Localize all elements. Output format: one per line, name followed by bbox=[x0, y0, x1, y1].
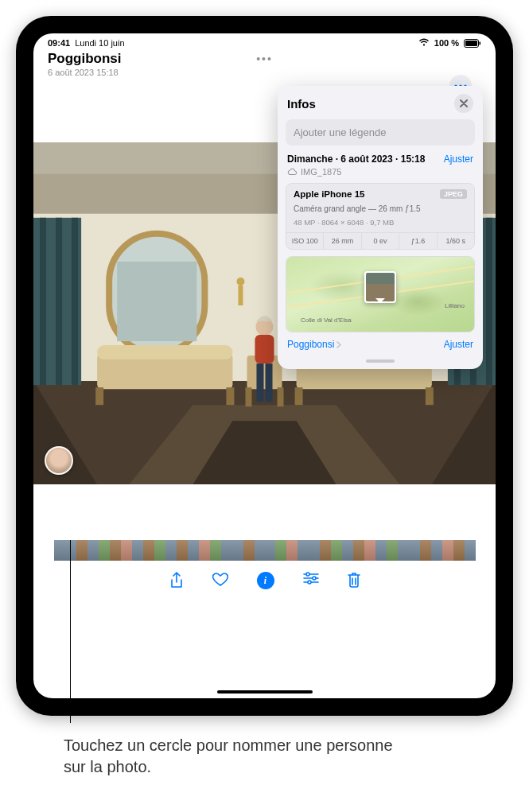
date-subtitle: 6 août 2023 15:18 bbox=[48, 68, 481, 77]
thumbnail[interactable] bbox=[442, 540, 453, 561]
thumbnail[interactable] bbox=[342, 540, 353, 561]
thumbnail[interactable] bbox=[398, 540, 409, 561]
map-photo-pin[interactable] bbox=[364, 271, 396, 303]
edit-button[interactable] bbox=[303, 572, 319, 593]
thumbnail[interactable] bbox=[353, 540, 364, 561]
info-title: Infos bbox=[287, 97, 316, 111]
thumbnail[interactable] bbox=[465, 540, 476, 561]
thumbnail[interactable] bbox=[177, 540, 188, 561]
svg-rect-16 bbox=[72, 218, 78, 385]
svg-rect-27 bbox=[95, 387, 103, 405]
thumbnail[interactable] bbox=[320, 540, 331, 561]
favorite-button[interactable] bbox=[212, 572, 228, 593]
wifi-icon bbox=[418, 38, 430, 48]
format-badge: JPEG bbox=[440, 189, 467, 199]
thumbnail[interactable] bbox=[199, 540, 210, 561]
caption-input[interactable]: Ajouter une légende bbox=[286, 119, 475, 146]
thumbnail[interactable] bbox=[431, 540, 442, 561]
thumbnail[interactable] bbox=[243, 540, 255, 561]
cloud-icon bbox=[287, 167, 297, 177]
info-date: Dimanche · 6 août 2023 · 15:18 bbox=[287, 153, 425, 165]
battery-text: 100 % bbox=[434, 38, 459, 48]
thumbnail[interactable] bbox=[286, 540, 298, 561]
thumbnail[interactable] bbox=[143, 540, 154, 561]
filename: IMG_1875 bbox=[301, 167, 341, 177]
adjust-location-button[interactable]: Ajuster bbox=[444, 339, 473, 350]
svg-rect-2 bbox=[480, 41, 481, 45]
thumbnail[interactable] bbox=[298, 540, 309, 561]
thumbnail[interactable] bbox=[121, 540, 132, 561]
svg-rect-41 bbox=[238, 286, 243, 305]
thumbnail[interactable] bbox=[188, 540, 199, 561]
svg-rect-39 bbox=[266, 363, 273, 402]
popover-grabber[interactable] bbox=[366, 359, 395, 363]
map-block[interactable]: Colle di Val d'Elsa Lilliano bbox=[286, 256, 475, 332]
camera-info-block: Apple iPhone 15 JPEG Caméra grand angle … bbox=[286, 183, 475, 250]
svg-rect-28 bbox=[226, 387, 234, 405]
ipad-frame: 09:41 Lundi 10 juin 100 % ••• Poggibonsi… bbox=[16, 16, 513, 716]
location-link[interactable]: Poggibonsi bbox=[287, 339, 341, 350]
callout-line bbox=[70, 540, 71, 723]
camera-lens: Caméra grand angle — 26 mm ƒ1.5 bbox=[286, 204, 474, 218]
svg-rect-31 bbox=[295, 387, 303, 405]
camera-specs: 48 MP · 8064 × 6048 · 9,7 MB bbox=[286, 218, 474, 232]
thumbnail[interactable] bbox=[375, 540, 387, 561]
info-popover: Infos Ajouter une légende Dimanche · 6 a… bbox=[278, 86, 483, 369]
multitask-dots-icon[interactable]: ••• bbox=[256, 52, 273, 65]
status-time: 09:41 bbox=[48, 38, 70, 48]
info-button[interactable]: i bbox=[257, 572, 274, 589]
share-button[interactable] bbox=[169, 572, 184, 593]
exif-focal: 26 mm bbox=[324, 233, 361, 249]
thumbnail[interactable] bbox=[99, 540, 110, 561]
svg-rect-15 bbox=[56, 218, 62, 385]
face-tag-circle[interactable] bbox=[45, 446, 73, 475]
svg-rect-34 bbox=[245, 387, 251, 406]
map-place-1: Colle di Val d'Elsa bbox=[301, 317, 352, 324]
camera-device: Apple iPhone 15 bbox=[294, 189, 364, 199]
callout: Touchez un cercle pour nommer une person… bbox=[16, 719, 513, 778]
location-map[interactable]: Colle di Val d'Elsa Lilliano bbox=[286, 257, 474, 332]
svg-rect-20 bbox=[486, 218, 492, 385]
exif-shutter: 1/60 s bbox=[438, 233, 474, 249]
thumbnail[interactable] bbox=[88, 540, 99, 561]
exif-ev: 0 ev bbox=[362, 233, 399, 249]
thumbnail[interactable] bbox=[364, 540, 375, 561]
thumbnail[interactable] bbox=[110, 540, 121, 561]
exif-row: ISO 100 26 mm 0 ev ƒ1.6 1/60 s bbox=[286, 232, 474, 249]
svg-rect-1 bbox=[465, 41, 477, 46]
thumbnail[interactable] bbox=[331, 540, 342, 561]
svg-point-46 bbox=[308, 581, 311, 584]
bottom-toolbar: i bbox=[33, 561, 496, 598]
screen: 09:41 Lundi 10 juin 100 % ••• Poggibonsi… bbox=[33, 33, 496, 698]
status-date: Lundi 10 juin bbox=[75, 38, 124, 48]
thumbnail[interactable] bbox=[275, 540, 286, 561]
thumbnail[interactable] bbox=[221, 540, 232, 561]
svg-rect-22 bbox=[117, 262, 196, 341]
battery-icon bbox=[464, 39, 481, 48]
svg-rect-37 bbox=[255, 335, 274, 363]
thumbnail[interactable] bbox=[387, 540, 398, 561]
thumbnail-strip[interactable] bbox=[33, 540, 496, 561]
thumbnail-current[interactable] bbox=[255, 540, 275, 561]
thumbnail[interactable] bbox=[420, 540, 431, 561]
status-bar: 09:41 Lundi 10 juin 100 % bbox=[33, 33, 496, 49]
svg-point-44 bbox=[306, 573, 309, 576]
thumbnail[interactable] bbox=[409, 540, 420, 561]
adjust-date-button[interactable]: Ajuster bbox=[444, 153, 473, 165]
svg-rect-38 bbox=[256, 363, 263, 402]
exif-aperture: ƒ1.6 bbox=[399, 233, 437, 249]
close-button[interactable] bbox=[454, 94, 473, 113]
thumbnail[interactable] bbox=[453, 540, 465, 561]
delete-button[interactable] bbox=[348, 572, 360, 593]
svg-point-45 bbox=[313, 577, 316, 580]
thumbnail[interactable] bbox=[165, 540, 177, 561]
thumbnail[interactable] bbox=[309, 540, 320, 561]
thumbnail[interactable] bbox=[76, 540, 88, 561]
thumbnail[interactable] bbox=[210, 540, 221, 561]
thumbnail[interactable] bbox=[132, 540, 143, 561]
thumbnail[interactable] bbox=[232, 540, 243, 561]
thumbnail[interactable] bbox=[154, 540, 165, 561]
thumbnail[interactable] bbox=[54, 540, 65, 561]
exif-iso: ISO 100 bbox=[286, 233, 324, 249]
home-indicator[interactable] bbox=[217, 690, 313, 694]
